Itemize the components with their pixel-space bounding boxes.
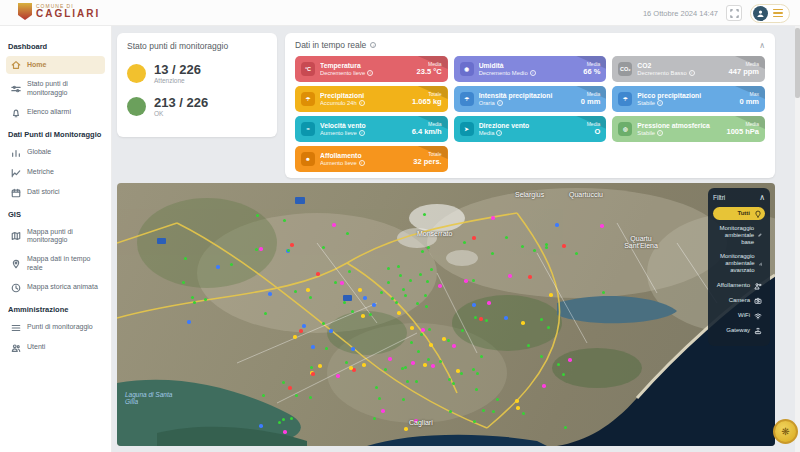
sidebar-item-label: Elenco allarmi xyxy=(27,108,71,117)
info-icon[interactable]: i xyxy=(689,70,695,76)
filter-camera[interactable]: Camera xyxy=(713,294,765,307)
metrics-icon xyxy=(11,168,21,178)
sidebar-item-punti-monitoraggio[interactable]: Punti di monitoraggio xyxy=(6,319,105,337)
tile-value: 1.065 kg xyxy=(412,98,442,106)
tile-pressione-atmosferica[interactable]: ◎ Pressione atmosferica Stabilei Media 1… xyxy=(612,116,765,142)
cagliari-emblem-icon xyxy=(18,3,32,20)
brand-fab-button[interactable]: ❋ xyxy=(773,419,798,444)
filter-label: Camera xyxy=(729,297,750,304)
tile-metric: Media xyxy=(412,122,442,128)
filter-monitoraggio-avanzato[interactable]: Monitoraggio ambientale avanzato xyxy=(713,251,765,278)
tile-affollamento[interactable]: ☻ Affollamento Aumento lievei Totale 32 … xyxy=(295,146,448,172)
scrollbar-thumb[interactable] xyxy=(795,28,800,98)
tile-value: O xyxy=(587,128,601,136)
filter-affollamento[interactable]: Affollamento xyxy=(713,279,765,292)
filter-tutti[interactable]: Tutti xyxy=(713,207,765,220)
fullscreen-button[interactable] xyxy=(726,5,742,21)
app-logo[interactable]: COMUNE DI CAGLIARI xyxy=(18,3,100,20)
tile-direzione-vento[interactable]: ➤ Direzione vento Mediai Media O xyxy=(454,116,607,142)
collapse-chevron-icon[interactable]: ∧ xyxy=(759,41,765,50)
map-label-laguna: Laguna di Santa Gilla xyxy=(125,391,185,405)
map-terrain-graphic xyxy=(117,183,775,446)
tile-title: Direzione vento xyxy=(479,122,582,130)
sidebar-item-label: Mappa punti di monitoraggio xyxy=(27,228,100,246)
sidebar-item-globale[interactable]: Globale xyxy=(6,144,105,162)
sidebar-item-mappa-punti[interactable]: Mappa punti di monitoraggio xyxy=(6,224,105,250)
sidebar-item-mappa-storica[interactable]: Mappa storica animata xyxy=(6,279,105,297)
tile-title: Pressione atmosferica xyxy=(637,122,721,130)
tile-grid: °C Temperatura Decremento lievei Media 2… xyxy=(295,56,765,172)
rain-peak-icon: ☂ xyxy=(618,92,632,106)
filter-label: Affollamento xyxy=(717,282,750,289)
info-icon[interactable]: i xyxy=(657,130,663,136)
info-icon[interactable]: i xyxy=(496,130,502,136)
wind-speed-icon: ≈ xyxy=(301,122,315,136)
tile-temperatura[interactable]: °C Temperatura Decremento lievei Media 2… xyxy=(295,56,448,82)
sidebar-item-mappa-tempo-reale[interactable]: Mappa dati in tempo reale xyxy=(6,251,105,277)
tile-precipitazioni[interactable]: ☂ Precipitazioni Accumulo 24hi Totale 1.… xyxy=(295,86,448,112)
filter-gateway[interactable]: Gateway xyxy=(713,324,765,337)
tile-picco-precipitazioni[interactable]: ☂ Picco precipitazioni Stabilei Max 0 mm xyxy=(612,86,765,112)
status-row-ok: 213 / 226 OK xyxy=(127,96,267,117)
tile-metric: Media xyxy=(587,122,601,128)
sidebar-item-stato-punti[interactable]: Stato punti di monitoraggio xyxy=(6,76,105,102)
wind-direction-icon: ➤ xyxy=(460,122,474,136)
topbar: COMUNE DI CAGLIARI 16 Ottobre 2024 14:47 xyxy=(0,0,800,26)
info-icon[interactable]: i xyxy=(359,130,365,136)
tile-umidita[interactable]: ◉ Umidità Decremento Medioi Media 66 % xyxy=(454,56,607,82)
pressure-icon: ◎ xyxy=(618,122,632,136)
tile-title: Umidità xyxy=(479,62,579,70)
satellite-map[interactable]: Selargius Quartucciu Monserrato Quartu S… xyxy=(117,183,775,446)
sidebar-item-elenco-allarmi[interactable]: Elenco allarmi xyxy=(6,104,105,122)
tile-title: Temperatura xyxy=(320,62,412,70)
filter-collapse-chevron-icon[interactable]: ∧ xyxy=(759,193,765,202)
info-icon[interactable]: i xyxy=(657,100,663,106)
users-icon xyxy=(11,343,21,353)
menu-icon xyxy=(773,9,783,18)
page-scrollbar[interactable] xyxy=(795,26,800,452)
info-icon[interactable]: i xyxy=(367,70,373,76)
leaf-icon xyxy=(758,231,762,239)
humidity-icon: ◉ xyxy=(460,62,474,76)
sidebar-item-utenti[interactable]: Utenti xyxy=(6,339,105,357)
co2-icon: CO₂ xyxy=(618,62,632,76)
sidebar-item-label: Utenti xyxy=(27,343,45,352)
filter-label: Monitoraggio ambientale avanzato xyxy=(716,253,755,275)
filter-monitoraggio-base[interactable]: Monitoraggio ambientale base xyxy=(713,222,765,249)
calendar-icon xyxy=(11,188,21,198)
tile-trend: Decremento Medio xyxy=(479,70,528,77)
info-icon[interactable]: i xyxy=(359,160,365,166)
tile-trend: Stabile xyxy=(637,100,655,107)
sidebar-item-label: Metriche xyxy=(27,168,54,177)
tile-metric: Media xyxy=(417,62,442,68)
tile-value: 0 mm xyxy=(581,98,601,106)
sidebar-item-home[interactable]: Home xyxy=(6,56,105,74)
tile-co2[interactable]: CO₂ CO2 Decremento Bassoi Media 447 ppm xyxy=(612,56,765,82)
sidebar-item-label: Mappa storica animata xyxy=(27,283,98,292)
datetime-text: 16 Ottobre 2024 14:47 xyxy=(643,9,718,18)
status-card-title: Stato punti di monitoraggio xyxy=(127,41,267,51)
filter-label: Gateway xyxy=(726,327,750,334)
filter-wifi[interactable]: WiFi xyxy=(713,309,765,322)
sliders-icon xyxy=(11,84,21,94)
info-icon[interactable]: i xyxy=(497,100,503,106)
tile-metric: Media xyxy=(581,92,601,98)
map-icon xyxy=(11,231,21,241)
info-icon[interactable]: i xyxy=(359,100,365,106)
info-icon[interactable]: i xyxy=(530,70,536,76)
user-menu[interactable] xyxy=(750,4,790,23)
sidebar-item-label: Globale xyxy=(27,148,51,157)
sidebar-section-dati-punti: Dati Punti di Monitoraggio xyxy=(8,130,103,139)
realtime-card: Dati in tempo reale i ∧ °C Temperatura D… xyxy=(285,33,775,178)
tile-intensita-precipitazioni[interactable]: ☂ Intensità precipitazioni Orariai Media… xyxy=(454,86,607,112)
tile-trend: Media xyxy=(479,130,495,137)
sidebar-item-dati-storici[interactable]: Dati storici xyxy=(6,184,105,202)
tile-velocita-vento[interactable]: ≈ Velocità vento Aumento lievei Media 6.… xyxy=(295,116,448,142)
sidebar-item-metriche[interactable]: Metriche xyxy=(6,164,105,182)
status-count: 213 / 226 xyxy=(154,96,208,109)
tile-metric: Totale xyxy=(412,92,442,98)
temperature-icon: °C xyxy=(301,62,315,76)
list-icon xyxy=(11,323,21,333)
rain-intensity-icon: ☂ xyxy=(460,92,474,106)
info-icon[interactable]: i xyxy=(370,42,376,48)
